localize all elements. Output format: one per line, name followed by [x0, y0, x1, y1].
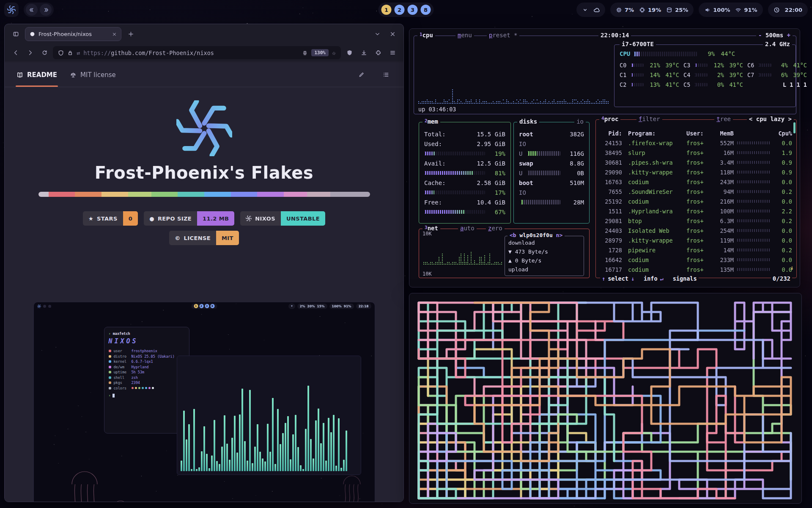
process-row[interactable]: 38495slurpfros+16M1.9: [596, 148, 796, 157]
proc-tree-toggle[interactable]: tree: [714, 116, 733, 123]
mem-box-title: 2mem: [422, 118, 440, 126]
desktop-screenshot: 1238 ▾ 2%20%15% 100%91% 22:18 › maxfetch…: [33, 302, 375, 502]
process-row[interactable]: 24403Isolated Webfros+254M0.0: [596, 226, 796, 235]
mem-meter-row: 19%: [424, 149, 505, 158]
proc-scrollbar[interactable]: [793, 122, 796, 133]
net-zero-toggle[interactable]: zero: [486, 225, 505, 232]
hamburger-menu-icon: [390, 50, 396, 56]
bookmark-star-icon[interactable]: ☆: [332, 49, 336, 57]
mem-meter-row: 17%: [424, 188, 505, 197]
back-button[interactable]: [10, 47, 22, 59]
core-grid: C021%39°CC114%41°CC213%41°CC312%39°CC42%…: [614, 57, 796, 89]
disk-icon: [666, 7, 672, 13]
media-prev-button[interactable]: [26, 4, 38, 16]
net-auto-toggle[interactable]: auto: [458, 225, 477, 232]
tab-mit-license[interactable]: MIT license: [70, 63, 116, 87]
pipes-terminal-window[interactable]: [409, 293, 802, 504]
process-row[interactable]: 16717codiumfros+135M0.0: [596, 265, 796, 274]
workspace-button-2[interactable]: 2: [395, 5, 405, 15]
mini-workspace-2: 2: [199, 304, 203, 308]
process-row[interactable]: 1511.Hyprland-wrafros+100M2.2: [596, 206, 796, 216]
proc-scroll-down-icon[interactable]: ↓: [790, 264, 794, 271]
app-menu-button[interactable]: [387, 47, 398, 59]
btop-terminal-window[interactable]: 1cpu menu preset * 22:00:14 - 500ms + up…: [409, 28, 800, 287]
mini-workspace-1: 1: [194, 304, 198, 308]
permissions-icon: ⇄: [77, 50, 80, 56]
fetch-rows: userfrostphoenixdistroNixOS 25.05 (Uakar…: [109, 348, 185, 391]
pipes-art: [409, 293, 801, 503]
badge-repo-size[interactable]: ●REPO SIZE11.2 MB: [144, 211, 234, 226]
mem-row: Avail:12.5 GiB: [424, 158, 505, 168]
pencil-icon: [358, 72, 365, 78]
disk-io-row: IO: [519, 139, 584, 149]
audio-network-widget[interactable]: 100% 91%: [699, 3, 763, 17]
tab-list-button[interactable]: [371, 28, 383, 40]
proc-footer-keys[interactable]: ↑select↓ info↵ signals: [600, 275, 699, 282]
proc-filter-button[interactable]: filter: [636, 116, 662, 123]
core-C5: C50%41°C: [683, 80, 743, 89]
github-icon: ●REPO SIZE: [144, 211, 197, 226]
process-row[interactable]: 1728pipewirefros+14M0.2: [596, 245, 796, 255]
browser-tab[interactable]: Frost-Phoenix/nixos ×: [25, 27, 121, 41]
url-text: https://github.com/Frost-Phoenix/nixos: [83, 50, 214, 56]
process-row[interactable]: 28979.kitty-wrappefros+119M0.0: [596, 235, 796, 245]
window-close-button[interactable]: [387, 28, 398, 40]
badge-nixos[interactable]: NIXOSUNSTABLE: [240, 211, 325, 226]
tab-readme[interactable]: README: [16, 63, 57, 87]
extensions-button[interactable]: [372, 47, 384, 59]
preset-button[interactable]: preset *: [487, 32, 519, 39]
workspace-button-8[interactable]: 8: [421, 5, 431, 15]
workspace-button-3[interactable]: 3: [408, 5, 418, 15]
process-row[interactable]: 29081btopfros+6.3M0.2: [596, 216, 796, 226]
core-C4: C42%39°C: [683, 70, 743, 80]
weather-widget[interactable]: [576, 3, 605, 17]
reload-button[interactable]: [38, 47, 50, 59]
media-next-button[interactable]: [40, 4, 52, 16]
back-icon: [13, 50, 19, 56]
sidebar-toggle-button[interactable]: [10, 28, 22, 40]
menu-button[interactable]: menu: [455, 32, 474, 39]
uptime-text: up 03:46:03: [418, 106, 456, 113]
badge-stars[interactable]: ★STARS0: [83, 211, 138, 226]
process-row[interactable]: 30681.pipes.sh-wrafros+3.4M0.9: [596, 157, 796, 167]
uptime-icon: [109, 371, 111, 373]
ublock-button[interactable]: [343, 47, 355, 59]
mini-workspace-3: 3: [205, 304, 209, 308]
mini-stat: 2%: [300, 304, 305, 308]
mem-row: Used:2.95 GiB: [424, 139, 505, 149]
audio-visualizer: [177, 356, 361, 475]
process-row[interactable]: 16642codiumfros+233M0.0: [596, 255, 796, 265]
kernel-icon: [109, 360, 111, 363]
prev-icon: [29, 7, 35, 13]
process-row[interactable]: 29090.kitty-wrappefros+118M0.9: [596, 167, 796, 177]
workspace-button-1[interactable]: 1: [381, 5, 392, 15]
disk-name-row: root382G: [519, 129, 584, 139]
btop-time: 22:00:14: [598, 32, 631, 39]
nixos-launcher-button[interactable]: [4, 3, 19, 17]
outline-button[interactable]: [380, 69, 392, 81]
screenshot-status-bar: 1238 ▾ 2%20%15% 100%91% 22:18: [34, 302, 375, 310]
process-row[interactable]: 25192codiumfros+216M0.0: [596, 196, 796, 206]
url-bar[interactable]: ⇄ https://github.com/Frost-Phoenix/nixos…: [53, 46, 341, 59]
browser-window[interactable]: Frost-Phoenix/nixos × ⇄ https://github.c…: [4, 24, 404, 502]
process-row[interactable]: 16763codiumfros+243M0.0: [596, 177, 796, 187]
process-row[interactable]: 24153.firefox-wrapfros+552M0.0: [596, 138, 796, 148]
update-interval-control[interactable]: - 500ms +: [756, 32, 793, 39]
fetch-row: shellzsh: [109, 375, 185, 381]
rainbow-divider: [38, 192, 370, 197]
zoom-level-badge[interactable]: 130%: [311, 49, 329, 56]
system-stats-widget[interactable]: 7% 19% 25%: [610, 3, 694, 17]
badge-license[interactable]: ©LICENSEMIT: [169, 231, 239, 245]
forward-button[interactable]: [24, 47, 36, 59]
proc-sort-control[interactable]: < cpu lazy >: [747, 116, 794, 123]
process-row[interactable]: 7655.SoundWireSerfros+94M0.2: [596, 187, 796, 196]
downloads-button[interactable]: [358, 47, 370, 59]
edit-readme-button[interactable]: [355, 69, 367, 81]
tab-close-button[interactable]: ×: [112, 31, 117, 37]
clock-widget[interactable]: 22:00: [768, 3, 808, 17]
mem-row: Cache:2.58 GiB: [424, 178, 505, 188]
reader-view-icon[interactable]: [302, 50, 308, 56]
disks-io-toggle[interactable]: io: [574, 118, 586, 126]
fetch-row: pkgs2394: [109, 380, 185, 386]
new-tab-button[interactable]: [125, 28, 137, 40]
